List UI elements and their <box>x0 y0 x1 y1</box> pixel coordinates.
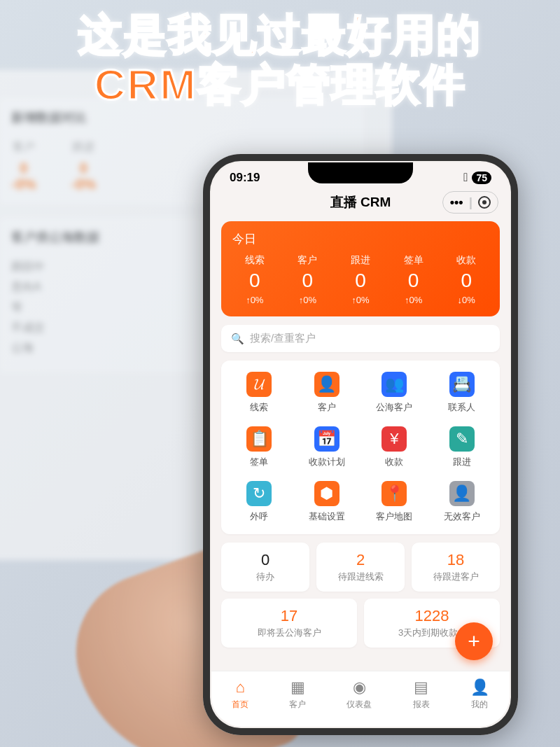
outbound-icon: ↻ <box>246 481 272 506</box>
payment-plan-icon: 📅 <box>314 426 340 452</box>
feature-grid: 𝓤线索 👤客户 👥公海客户 📇联系人 📋签单 📅收款计划 ¥收款 ✎跟进 ↻外呼… <box>221 361 500 534</box>
nav-customers[interactable]: ▦客户 <box>289 678 306 727</box>
status-time: 09:19 <box>230 171 260 185</box>
grid-contacts[interactable]: 📇联系人 <box>430 372 495 414</box>
headline-line2: CRM客户管理软件 <box>0 60 560 109</box>
promo-headline: 这是我见过最好用的 CRM客户管理软件 <box>0 10 560 110</box>
bg-section1-title: 新增数据对比 <box>11 109 353 126</box>
grid-settings[interactable]: ⬢基础设置 <box>295 481 360 523</box>
nav-dashboard[interactable]: ◉仪表盘 <box>346 678 372 727</box>
add-button[interactable]: + <box>455 622 493 660</box>
dashboard-icon: ◉ <box>353 678 366 697</box>
grid-customers[interactable]: 👤客户 <box>295 372 360 414</box>
phone-screen: 09:19 􀙇 75 直播 CRM ••• | 今日 线索 0 ↑0% <box>211 162 510 727</box>
reports-icon: ▤ <box>414 678 428 697</box>
followup-icon: ✎ <box>449 426 475 452</box>
tile-pending-customers[interactable]: 18待跟进客户 <box>412 543 500 592</box>
grid-invalid[interactable]: 👤无效客户 <box>430 481 495 523</box>
leads-icon: 𝓤 <box>246 372 272 397</box>
app-header: 直播 CRM ••• | <box>211 188 510 217</box>
phone-frame: 09:19 􀙇 75 直播 CRM ••• | 今日 线索 0 ↑0% <box>203 154 518 735</box>
contacts-icon: 📇 <box>449 372 475 397</box>
grid-followup[interactable]: ✎跟进 <box>430 426 495 468</box>
grid-public-sea[interactable]: 👥公海客户 <box>362 372 427 414</box>
grid-leads[interactable]: 𝓤线索 <box>227 372 292 414</box>
grid-payment-plan[interactable]: 📅收款计划 <box>295 426 360 468</box>
stat-customers[interactable]: 客户 0 ↑0% <box>281 254 335 305</box>
tile-pending-leads[interactable]: 2待跟进线索 <box>316 543 405 592</box>
map-pin-icon: 📍 <box>382 481 407 506</box>
public-sea-icon: 👥 <box>382 372 407 397</box>
grid-receipt[interactable]: ¥收款 <box>362 426 427 468</box>
today-stats-card[interactable]: 今日 线索 0 ↑0% 客户 0 ↑0% 跟进 0 ↑0% <box>221 221 500 316</box>
nav-home[interactable]: ⌂首页 <box>232 678 248 727</box>
settings-icon: ⬢ <box>314 481 340 506</box>
grid-outbound[interactable]: ↻外呼 <box>227 481 292 523</box>
app-title: 直播 CRM <box>330 193 391 211</box>
miniprogram-controls[interactable]: ••• | <box>442 191 498 214</box>
stat-leads[interactable]: 线索 0 ↑0% <box>228 254 281 305</box>
close-miniprogram-icon[interactable] <box>478 196 491 209</box>
grid-customer-map[interactable]: 📍客户地图 <box>362 481 427 523</box>
search-icon: 🔍 <box>231 333 244 345</box>
plus-icon: + <box>468 629 480 653</box>
grid-sign[interactable]: 📋签单 <box>227 426 292 468</box>
invalid-icon: 👤 <box>449 481 475 506</box>
bottom-nav: ⌂首页 ▦客户 ◉仪表盘 ▤报表 👤我的 <box>211 671 510 727</box>
battery-indicator: 75 <box>472 172 491 184</box>
home-icon: ⌂ <box>235 678 244 697</box>
stats-title: 今日 <box>228 231 493 247</box>
stat-followup[interactable]: 跟进 0 ↑0% <box>334 254 387 305</box>
nav-mine[interactable]: 👤我的 <box>470 678 489 727</box>
headline-line1: 这是我见过最好用的 <box>0 10 560 60</box>
phone-notch <box>308 162 413 183</box>
tile-losing-customers[interactable]: 17即将丢公海客户 <box>221 599 357 648</box>
stat-receipt[interactable]: 收款 0 ↓0% <box>440 254 493 305</box>
customers-nav-icon: ▦ <box>290 678 305 697</box>
wifi-icon: 􀙇 <box>463 171 468 185</box>
stat-sign[interactable]: 签单 0 ↑0% <box>387 254 440 305</box>
more-icon[interactable]: ••• <box>450 196 463 209</box>
tile-todo[interactable]: 0待办 <box>221 543 309 592</box>
receipt-icon: ¥ <box>382 426 407 452</box>
sign-icon: 📋 <box>246 426 272 452</box>
profile-icon: 👤 <box>470 678 489 697</box>
search-placeholder: 搜索/查重客户 <box>250 332 316 345</box>
customer-icon: 👤 <box>314 372 340 397</box>
search-input[interactable]: 🔍 搜索/查重客户 <box>221 325 500 352</box>
nav-reports[interactable]: ▤报表 <box>413 678 430 727</box>
